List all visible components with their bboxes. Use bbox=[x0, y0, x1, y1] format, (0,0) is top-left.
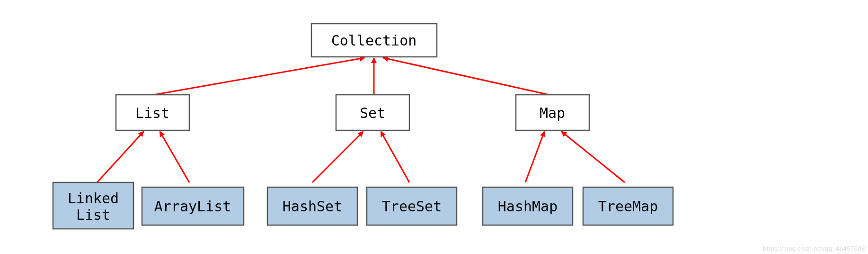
label-arraylist: ArrayList bbox=[154, 198, 231, 215]
label-list: List bbox=[135, 105, 169, 121]
node-collection: Collection bbox=[311, 24, 437, 57]
edge-treeset-to-set bbox=[381, 132, 409, 182]
edge-hashset-to-set bbox=[312, 132, 363, 182]
node-map: Map bbox=[516, 95, 589, 130]
edge-treemap-to-map bbox=[562, 132, 625, 182]
label-linkedlist-line2: List bbox=[76, 207, 110, 223]
label-treeset: TreeSet bbox=[382, 198, 442, 215]
edge-linkedlist-to-list bbox=[97, 132, 143, 182]
label-set: Set bbox=[360, 105, 385, 121]
label-hashmap: HashMap bbox=[498, 198, 558, 215]
label-collection: Collection bbox=[331, 32, 417, 49]
node-arraylist: ArrayList bbox=[142, 187, 244, 225]
node-linkedlist: Linked List bbox=[53, 182, 133, 229]
node-treemap: TreeMap bbox=[583, 187, 673, 225]
node-hashmap: HashMap bbox=[483, 187, 573, 225]
node-list: List bbox=[116, 95, 189, 130]
node-set: Set bbox=[336, 95, 409, 130]
label-hashset: HashSet bbox=[283, 198, 342, 215]
label-treemap: TreeMap bbox=[598, 198, 658, 215]
edge-map-to-collection bbox=[383, 58, 549, 95]
node-treeset: TreeSet bbox=[367, 187, 457, 225]
edge-arraylist-to-list bbox=[160, 132, 189, 182]
collection-hierarchy-diagram: Collection List Set Map Linked List Arra… bbox=[0, 0, 868, 254]
label-linkedlist-line1: Linked bbox=[68, 190, 119, 207]
edge-list-to-collection bbox=[154, 58, 364, 95]
label-map: Map bbox=[540, 105, 565, 121]
edge-hashmap-to-map bbox=[525, 132, 544, 182]
node-hashset: HashSet bbox=[267, 187, 357, 225]
